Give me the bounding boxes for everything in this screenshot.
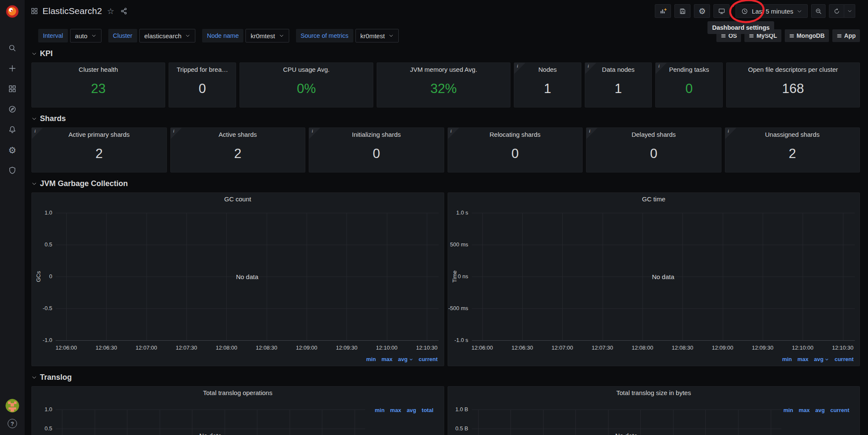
stat-panel[interactable]: i Nodes 1 <box>514 62 581 107</box>
legend-item-total[interactable]: total <box>422 407 433 413</box>
help-icon[interactable] <box>8 419 17 428</box>
cycle-view-mode-button[interactable] <box>713 4 730 18</box>
stat-panel[interactable]: i Pending tasks 0 <box>655 62 723 107</box>
configuration-gear-icon[interactable] <box>7 145 17 155</box>
stat-panel-title[interactable]: Pending tasks <box>669 66 709 73</box>
legend-item-min[interactable]: min <box>783 407 793 413</box>
stat-panel-title[interactable]: Data nodes <box>602 66 635 73</box>
stat-panel-title[interactable]: JVM memory used Avg. <box>410 66 477 73</box>
panel-total-translog-operations[interactable]: Total translog operations1.00.5No datami… <box>31 386 444 435</box>
zoom-out-button[interactable] <box>811 4 826 18</box>
panel-gc-time[interactable]: GC time1.0 s500 ms0 ns-500 ms-1.0 s12:06… <box>448 192 860 366</box>
panel-info-corner[interactable] <box>585 63 596 74</box>
legend-item-avg[interactable]: avg <box>814 356 829 362</box>
gridline-v <box>510 410 511 435</box>
panel-total-translog-size[interactable]: Total translog size in bytes1.0 B0.5 BNo… <box>448 386 860 435</box>
panel-title[interactable]: Total translog operations <box>32 389 444 396</box>
stat-panel[interactable]: i Open file descriptors per cluster 168 <box>726 62 860 107</box>
legend-item-avg[interactable]: avg <box>815 407 825 413</box>
stat-panel[interactable]: i Data nodes 1 <box>585 62 652 107</box>
stat-panel-title[interactable]: Active shards <box>219 131 257 138</box>
panel-info-corner[interactable] <box>309 128 320 139</box>
refresh-interval-dropdown[interactable] <box>844 4 855 18</box>
legend-item-current[interactable]: current <box>419 356 438 362</box>
stat-panel-title[interactable]: Initializing shards <box>352 131 401 138</box>
panel-info-corner[interactable] <box>32 128 43 139</box>
stat-panel-title[interactable]: Unassigned shards <box>765 131 820 138</box>
chevron-down-icon <box>91 33 96 38</box>
percona-logo[interactable] <box>6 5 19 18</box>
stat-panel[interactable]: i Delayed shards 0 <box>586 127 721 172</box>
stat-panel[interactable]: i CPU usage Avg. 0% <box>240 62 373 107</box>
panel-info-corner[interactable] <box>656 63 667 74</box>
variable-label[interactable]: Source of metrics <box>296 29 353 42</box>
variable-dropdown[interactable]: auto <box>70 29 101 42</box>
legend-item-max[interactable]: max <box>390 407 401 413</box>
create-plus-icon[interactable] <box>7 63 17 73</box>
variable-label[interactable]: Interval <box>38 29 68 42</box>
panel-gc-count[interactable]: GC count1.00.50-0.5-1.012:06:0012:06:301… <box>31 192 444 366</box>
stat-panel-title[interactable]: Open file descriptors per cluster <box>748 66 838 73</box>
variable-label[interactable]: Node name <box>202 29 243 42</box>
legend-item-max[interactable]: max <box>799 407 810 413</box>
stat-panel-title[interactable]: Nodes <box>538 66 557 73</box>
variable-dropdown[interactable]: kr0mtest <box>355 29 399 42</box>
stat-panel-title[interactable]: Active primary shards <box>68 131 130 138</box>
user-avatar[interactable] <box>6 399 19 412</box>
stat-panel[interactable]: i Unassigned shards 2 <box>725 127 860 172</box>
legend-item-avg[interactable]: avg <box>398 356 413 362</box>
section-header-translog[interactable]: Translog <box>31 373 860 381</box>
share-icon[interactable] <box>120 7 128 15</box>
legend-item-max[interactable]: max <box>381 356 392 362</box>
variable-dropdown[interactable]: kr0mtest <box>245 29 289 42</box>
translog-row: Total translog operations1.00.5No datami… <box>31 386 860 435</box>
dashboards-icon[interactable] <box>7 84 17 94</box>
stat-panel[interactable]: i Cluster health 23 <box>31 62 165 107</box>
search-icon[interactable] <box>7 43 17 53</box>
add-panel-button[interactable] <box>655 4 671 18</box>
legend-item-min[interactable]: min <box>782 356 792 362</box>
panel-title[interactable]: GC time <box>448 195 860 203</box>
stat-panel-title[interactable]: Tripped for brea… <box>177 66 228 73</box>
legend-item-current[interactable]: current <box>834 356 854 362</box>
stat-panel-title[interactable]: CPU usage Avg. <box>283 66 330 73</box>
stat-panel[interactable]: i JVM memory used Avg. 32% <box>377 62 510 107</box>
stat-panel[interactable]: i Active shards 2 <box>170 127 306 172</box>
stat-panel-title[interactable]: Delayed shards <box>631 131 676 138</box>
server-admin-shield-icon[interactable] <box>7 165 17 175</box>
panel-info-corner[interactable] <box>514 63 525 74</box>
stat-panel[interactable]: i Initializing shards 0 <box>309 127 444 172</box>
panel-title[interactable]: GC count <box>32 195 444 203</box>
legend-item-avg[interactable]: avg <box>407 407 416 413</box>
panel-info-corner[interactable] <box>586 128 597 139</box>
panel-info-corner[interactable] <box>171 128 182 139</box>
section-header-kpi[interactable]: KPI <box>31 49 860 58</box>
dashboard-settings-button[interactable] <box>694 4 710 18</box>
variable-label[interactable]: Cluster <box>108 29 137 42</box>
legend-item-min[interactable]: min <box>366 356 376 362</box>
refresh-button[interactable] <box>829 4 844 18</box>
chart-legend: minmaxavgtotal <box>375 407 433 413</box>
legend-item-current[interactable]: current <box>830 407 849 413</box>
legend-item-min[interactable]: min <box>375 407 384 413</box>
section-header-jvm-gc[interactable]: JVM Garbage Collection <box>31 179 860 188</box>
stat-panel-title[interactable]: Relocating shards <box>490 131 541 138</box>
star-icon[interactable] <box>107 7 114 15</box>
stat-panel[interactable]: i Active primary shards 2 <box>31 127 167 172</box>
save-dashboard-button[interactable] <box>674 4 690 18</box>
explore-compass-icon[interactable] <box>7 104 17 114</box>
dashboard-link-button[interactable]: App <box>832 29 860 42</box>
section-header-shards[interactable]: Shards <box>31 114 860 123</box>
legend-item-max[interactable]: max <box>798 356 809 362</box>
stat-panel[interactable]: i Relocating shards 0 <box>448 127 583 172</box>
panel-info-corner[interactable] <box>725 128 736 139</box>
dashboard-link-button[interactable]: MongoDB <box>785 29 829 42</box>
chevron-down-icon <box>185 33 190 38</box>
variable-dropdown[interactable]: elasticsearch <box>139 29 196 42</box>
panel-title[interactable]: Total translog size in bytes <box>448 389 860 396</box>
alerting-bell-icon[interactable] <box>7 124 17 135</box>
panel-info-corner[interactable] <box>448 128 459 139</box>
time-range-picker[interactable]: Last 5 minutes <box>736 4 808 18</box>
stat-panel[interactable]: i Tripped for brea… 0 <box>169 62 236 107</box>
stat-panel-title[interactable]: Cluster health <box>79 66 118 73</box>
